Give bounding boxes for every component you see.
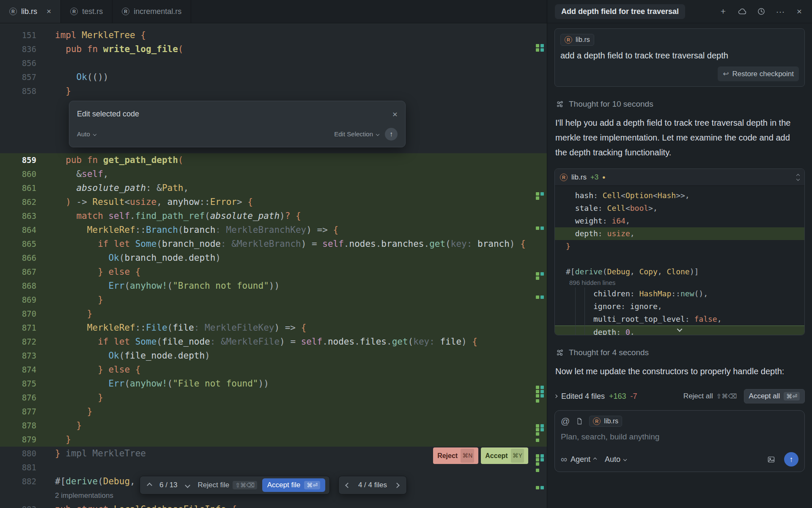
message-composer[interactable]: @ R lib.rs ∞ Agent [554,410,805,472]
code-line-880[interactable]: 880} impl MerkleTreeReject⌘NAccept⌘Y [0,447,547,461]
model-dropdown[interactable]: Auto [605,455,626,464]
chevron-down-icon [623,458,627,461]
more-menu-icon[interactable]: ··· [775,6,785,17]
code-line-863[interactable]: 863 match self.find_path_ref(absolute_pa… [0,209,547,223]
code-line-872[interactable]: 872 if let Some(file_node: &MerkleFile) … [0,335,547,349]
expand-icon[interactable] [797,174,799,180]
next-hunk-button[interactable] [183,480,193,490]
new-thread-icon[interactable]: + [718,6,728,17]
code-line-856[interactable]: 856 [0,56,547,70]
code-line-870[interactable]: 870 } [0,307,547,321]
code-line-859[interactable]: 859 pub fn get_path_depth( [0,153,547,167]
diff-added-count: +3 [590,173,598,182]
diff-line: hash: Cell<Option<Hash>>, [555,189,804,202]
panel-header-icons: + ··· × [718,6,804,17]
code-line-877[interactable]: 877 } [0,405,547,419]
prev-file-button[interactable] [343,480,353,490]
inline-edit-dialog: Edit selected code × Auto Edit Selection… [69,101,406,147]
context-file-chip[interactable]: R lib.rs [560,34,594,46]
code-line-868[interactable]: 868 Err(anyhow!("Branch not found")) [0,279,547,293]
image-icon[interactable] [767,455,776,464]
code-line-874[interactable]: 874 } else { [0,363,547,377]
submit-edit-button[interactable]: ↑ [385,128,398,141]
tab-test.rs[interactable]: Rtest.rs [61,0,112,23]
context-file-name: lib.rs [576,36,590,44]
code-line-873[interactable]: 873 Ok(file_node.depth) [0,349,547,363]
code-line-151[interactable]: 151impl MerkleTree { [0,28,547,42]
line-number: 870 [0,307,36,321]
code-line-879[interactable]: 879 } [0,433,547,447]
edit-selection-dropdown[interactable]: Edit Selection [334,127,379,141]
code-line-869[interactable]: 869 } [0,293,547,307]
line-number: 866 [0,251,36,265]
reject-all-label: Reject all [683,392,713,400]
accept-file-button[interactable]: Accept file ⌘⏎ [262,478,325,492]
next-file-button[interactable] [392,480,402,490]
rust-file-icon: R [593,417,601,425]
code-line-878[interactable]: 878 } [0,419,547,433]
code-line-876[interactable]: 876 } [0,391,547,405]
thought-row-2[interactable]: Thought for 4 seconds [555,348,804,357]
line-number: 856 [0,56,36,70]
hidden-lines-divider[interactable]: 896 hidden lines [555,278,804,287]
code-line-864[interactable]: 864 MerkleRef::Branch(branch: MerkleBran… [0,223,547,237]
editor-region: Rlib.rs×Rtest.rsRincremental.rs 151impl … [0,0,547,508]
code-line-861[interactable]: 861 absolute_path: &Path, [0,181,547,195]
close-panel-icon[interactable]: × [794,6,804,17]
code-line-857[interactable]: 857 Ok(()) [0,70,547,84]
restore-checkpoint-button[interactable]: ↩ Restore checkpoint [718,66,799,81]
code-line-866[interactable]: 866 Ok(branch_node.depth) [0,251,547,265]
send-button[interactable]: ↑ [784,452,798,467]
history-icon[interactable] [756,6,766,17]
code-editor[interactable]: 151impl MerkleTree {836 pub fn write_log… [0,23,547,508]
composer-file-chip[interactable]: R lib.rs [589,416,622,427]
line-number: 867 [0,265,36,279]
file-icon[interactable] [576,417,583,425]
agent-mode-dropdown[interactable]: ∞ Agent [561,454,596,464]
reject-all-button[interactable]: Reject all ⇧⌘⌫ [683,392,737,400]
code-line-875[interactable]: 875 Err(anyhow!("File not found")) [0,377,547,391]
diff-line: children: HashMap::new(), [555,287,804,300]
code-line-867[interactable]: 867 } else { [0,265,547,279]
line-number: 836 [0,42,36,56]
reject-file-button[interactable]: Reject file ⇧⌘⌫ [198,481,257,489]
accept-hunk-button[interactable]: Accept⌘Y [481,447,528,464]
tab-incremental.rs[interactable]: Rincremental.rs [112,0,191,23]
diff-card-header[interactable]: R lib.rs +3 • [555,169,804,186]
hunk-nav-pill: 6 / 13 Reject file ⇧⌘⌫ Accept file ⌘⏎ [140,476,330,494]
code-line-858[interactable]: 858 } [0,84,547,98]
composer-input[interactable] [561,432,798,442]
agent-icon: ∞ [561,454,567,464]
edit-dialog-title: Edit selected code [77,107,139,121]
close-icon[interactable]: × [392,110,398,119]
model-selector[interactable]: Auto [77,127,96,141]
review-summary-row: Edited 4 files +163 -7 Reject all ⇧⌘⌫ Ac… [554,389,805,403]
prev-hunk-button[interactable] [144,480,154,490]
reject-hunk-button[interactable]: Reject⌘N [433,447,478,464]
thought-label: Thought for 10 seconds [569,99,653,109]
unsaved-dot: • [602,173,605,182]
agent-panel-header: Add depth field for tree traversal + ···… [547,0,812,23]
diff-review-toolbar: 6 / 13 Reject file ⇧⌘⌫ Accept file ⌘⏎ 4 … [140,476,407,494]
code-line-862[interactable]: 862 ) -> Result<usize, anyhow::Error> { [0,195,547,209]
code-line-860[interactable]: 860 &self, [0,167,547,181]
edited-files-toggle[interactable]: Edited 4 files +163 -7 [554,392,637,401]
tab-label: test.rs [82,7,103,16]
code-line-836[interactable]: 836 pub fn write_log_file( [0,42,547,56]
code-line-865[interactable]: 865 if let Some(branch_node: &MerkleBran… [0,237,547,251]
tab-lib.rs[interactable]: Rlib.rs× [0,0,61,23]
rust-file-icon: R [565,36,572,44]
tab-label: incremental.rs [134,7,181,16]
mention-icon[interactable]: @ [561,416,570,426]
code-line-883[interactable]: 883pub struct LocalCodebaseFileInfo { [0,502,547,508]
code-line-871[interactable]: 871 MerkleRef::File(file: MerkleFileKey)… [0,321,547,335]
line-number: 868 [0,279,36,293]
cloud-icon[interactable] [737,6,747,17]
tab-close-icon[interactable]: × [47,7,51,16]
diff-line: stale: Cell<bool>, [555,202,804,215]
line-number: 857 [0,70,36,84]
line-number: 872 [0,335,36,349]
thought-row-1[interactable]: Thought for 10 seconds [555,99,804,109]
scroll-down-icon[interactable] [678,325,682,333]
accept-all-button[interactable]: Accept all ⌘⏎ [744,389,805,403]
